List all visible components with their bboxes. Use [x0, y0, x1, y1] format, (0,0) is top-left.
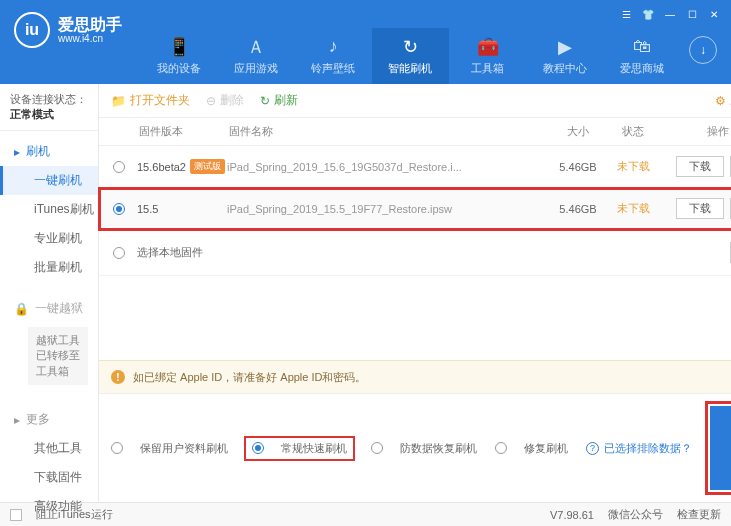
local-firmware-radio[interactable] — [113, 247, 125, 259]
flash-settings-button[interactable]: ⚙ 刷机设置 — [715, 92, 731, 109]
table-header: 固件版本 固件名称 大小 状态 操作 — [99, 118, 731, 146]
delete-button[interactable]: ⊖ 删除 — [206, 92, 244, 109]
nav-icon: 🧰 — [478, 37, 498, 57]
section-more[interactable]: ▸ 更多 — [0, 405, 98, 434]
nav-icon: ▶ — [555, 37, 575, 57]
sidebar-flash-item[interactable]: 专业刷机 — [0, 224, 98, 253]
flash-now-button[interactable]: 立即刷机 — [710, 406, 731, 490]
app-title: 爱思助手 — [58, 17, 122, 33]
version-label: V7.98.61 — [550, 509, 594, 521]
sidebar-more-item[interactable]: 下载固件 — [0, 463, 98, 492]
nav-icon: ↻ — [400, 37, 420, 57]
firmware-version: 15.6beta2测试版 — [137, 159, 227, 174]
flash-mode-option[interactable]: 修复刷机 — [495, 441, 568, 456]
maximize-icon[interactable]: ☐ — [683, 7, 701, 21]
toolbar: 📁 打开文件夹 ⊖ 删除 ↻ 刷新 ⚙ 刷机设置 — [99, 84, 731, 118]
check-update-link[interactable]: 检查更新 — [677, 507, 721, 522]
flash-mode-bar: 保留用户资料刷机常规快速刷机防数据恢复刷机修复刷机?已选择排除数据？立即刷机 — [99, 393, 731, 502]
col-name: 固件名称 — [229, 124, 548, 139]
section-flash[interactable]: ▸ 刷机 — [0, 137, 98, 166]
main-panel: 📁 打开文件夹 ⊖ 删除 ↻ 刷新 ⚙ 刷机设置 固件版本 固件名称 大小 状态… — [99, 84, 731, 502]
flash-mode-option[interactable]: 常规快速刷机 — [246, 438, 353, 459]
nav-icon: Ａ — [246, 37, 266, 57]
minimize-icon[interactable]: — — [661, 7, 679, 21]
jailbreak-note: 越狱工具已转移至工具箱 — [28, 327, 88, 385]
firmware-radio[interactable] — [113, 203, 125, 215]
section-jailbreak[interactable]: 🔒 一键越狱 — [0, 294, 98, 323]
local-firmware-row: 选择本地固件 导入 — [99, 230, 731, 276]
firmware-state: 未下载 — [608, 201, 658, 216]
firmware-row[interactable]: 15.6beta2测试版 iPad_Spring_2019_15.6_19G50… — [99, 146, 731, 188]
exclude-info[interactable]: ?已选择排除数据？ — [586, 441, 692, 456]
nav-0[interactable]: 📱我的设备 — [140, 28, 217, 84]
download-button[interactable]: 下载 — [676, 198, 724, 219]
logo-icon: iu — [14, 12, 50, 48]
mode-radio[interactable] — [495, 442, 507, 454]
main-nav: 📱我的设备Ａ应用游戏♪铃声壁纸↻智能刷机🧰工具箱▶教程中心🛍爱思商城 — [140, 28, 681, 84]
sidebar-more-item[interactable]: 高级功能 — [0, 492, 98, 521]
download-manager-icon[interactable]: ↓ — [689, 36, 717, 64]
nav-icon: 🛍 — [632, 37, 652, 57]
col-size: 大小 — [548, 124, 608, 139]
menu-icon[interactable]: ☰ — [617, 7, 635, 21]
nav-2[interactable]: ♪铃声壁纸 — [295, 28, 372, 84]
firmware-size: 5.46GB — [548, 161, 608, 173]
nav-3[interactable]: ↻智能刷机 — [372, 28, 449, 84]
firmware-version: 15.5 — [137, 203, 227, 215]
warning-text: 如已绑定 Apple ID，请准备好 Apple ID和密码。 — [133, 370, 367, 385]
firmware-row[interactable]: 15.5 iPad_Spring_2019_15.5_19F77_Restore… — [99, 188, 731, 230]
nav-label: 教程中心 — [543, 61, 587, 76]
sidebar-flash-item[interactable]: 一键刷机 — [0, 166, 98, 195]
close-icon[interactable]: ✕ — [705, 7, 723, 21]
firmware-state: 未下载 — [608, 159, 658, 174]
nav-label: 铃声壁纸 — [311, 61, 355, 76]
nav-icon: ♪ — [323, 37, 343, 57]
status-bar: 阻止iTunes运行 V7.98.61 微信公众号 检查更新 — [0, 502, 731, 526]
app-url: www.i4.cn — [58, 33, 122, 44]
firmware-size: 5.46GB — [548, 203, 608, 215]
flash-mode-option[interactable]: 保留用户资料刷机 — [111, 441, 228, 456]
sidebar-flash-item[interactable]: iTunes刷机 — [0, 195, 98, 224]
mode-radio[interactable] — [111, 442, 123, 454]
info-icon: ? — [586, 442, 599, 455]
appleid-warning: ! 如已绑定 Apple ID，请准备好 Apple ID和密码。 × — [99, 360, 731, 393]
connection-status: 设备连接状态：正常模式 — [0, 84, 98, 131]
beta-badge: 测试版 — [190, 159, 225, 174]
col-ops: 操作 — [658, 124, 731, 139]
wechat-link[interactable]: 微信公众号 — [608, 507, 663, 522]
download-button[interactable]: 下载 — [676, 156, 724, 177]
local-firmware-label: 选择本地固件 — [137, 245, 203, 260]
nav-6[interactable]: 🛍爱思商城 — [604, 28, 681, 84]
brand: iu 爱思助手 www.i4.cn — [14, 12, 122, 48]
nav-5[interactable]: ▶教程中心 — [526, 28, 603, 84]
nav-label: 智能刷机 — [388, 61, 432, 76]
skin-icon[interactable]: 👕 — [639, 7, 657, 21]
nav-icon: 📱 — [169, 37, 189, 57]
col-state: 状态 — [608, 124, 658, 139]
firmware-radio[interactable] — [113, 161, 125, 173]
open-folder-button[interactable]: 📁 打开文件夹 — [111, 92, 190, 109]
firmware-name: iPad_Spring_2019_15.5_19F77_Restore.ipsw — [227, 203, 548, 215]
nav-label: 应用游戏 — [234, 61, 278, 76]
nav-label: 工具箱 — [471, 61, 504, 76]
nav-label: 爱思商城 — [620, 61, 664, 76]
sidebar-flash-item[interactable]: 批量刷机 — [0, 253, 98, 282]
warning-icon: ! — [111, 370, 125, 384]
nav-4[interactable]: 🧰工具箱 — [449, 28, 526, 84]
mode-radio[interactable] — [252, 442, 264, 454]
nav-1[interactable]: Ａ应用游戏 — [217, 28, 294, 84]
app-header: ☰ 👕 — ☐ ✕ iu 爱思助手 www.i4.cn 📱我的设备Ａ应用游戏♪铃… — [0, 0, 731, 84]
nav-label: 我的设备 — [157, 61, 201, 76]
flash-mode-option[interactable]: 防数据恢复刷机 — [371, 441, 477, 456]
mode-radio[interactable] — [371, 442, 383, 454]
refresh-button[interactable]: ↻ 刷新 — [260, 92, 298, 109]
sidebar: 设备连接状态：正常模式 ▸ 刷机 一键刷机iTunes刷机专业刷机批量刷机 🔒 … — [0, 84, 99, 502]
col-version: 固件版本 — [139, 124, 229, 139]
sidebar-more-item[interactable]: 其他工具 — [0, 434, 98, 463]
firmware-name: iPad_Spring_2019_15.6_19G5037d_Restore.i… — [227, 161, 548, 173]
